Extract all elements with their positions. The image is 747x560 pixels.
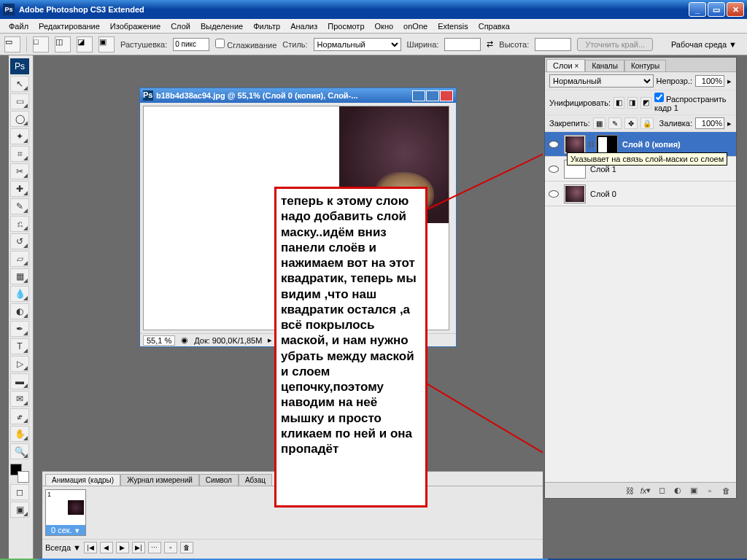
- menu-extensis[interactable]: Extensis: [433, 20, 473, 32]
- layer-name[interactable]: Слой 0: [587, 190, 736, 198]
- workspace-switcher[interactable]: Рабочая среда ▼: [665, 39, 743, 50]
- lasso-tool[interactable]: ◯: [10, 111, 29, 127]
- add-mask-icon[interactable]: ◻: [654, 485, 669, 497]
- layer-name[interactable]: Слой 1: [587, 165, 736, 174]
- delete-layer-icon[interactable]: 🗑: [719, 485, 733, 497]
- lock-pixels-icon[interactable]: ✎: [608, 117, 622, 129]
- menu-select[interactable]: Выделение: [196, 20, 247, 32]
- slice-tool[interactable]: ✂: [10, 163, 29, 179]
- width-input[interactable]: [444, 38, 481, 51]
- marquee-tool-icon[interactable]: ▭: [4, 36, 20, 52]
- hand-tool[interactable]: ✋: [10, 426, 29, 442]
- opacity-input[interactable]: [695, 75, 724, 87]
- layer-style-icon[interactable]: fx▾: [638, 485, 653, 497]
- path-tool[interactable]: ▷: [10, 356, 29, 372]
- blend-mode-select[interactable]: Нормальный: [549, 74, 654, 88]
- tween-button[interactable]: ⋯: [148, 542, 161, 553]
- color-swatches[interactable]: [10, 464, 29, 483]
- feather-input[interactable]: [173, 38, 209, 51]
- eraser-tool[interactable]: ▱: [10, 251, 29, 267]
- lock-position-icon[interactable]: ✥: [624, 117, 638, 129]
- prev-frame-button[interactable]: ◀: [100, 542, 113, 553]
- next-frame-button[interactable]: ▶|: [132, 542, 145, 553]
- layer-thumbnail[interactable]: [564, 135, 586, 154]
- selection-add-icon[interactable]: ◫: [55, 36, 71, 52]
- delete-frame-button[interactable]: 🗑: [180, 542, 193, 553]
- layer-mask-link-icon[interactable]: ⛓: [587, 141, 595, 148]
- healing-tool[interactable]: ✚: [10, 181, 29, 197]
- new-frame-button[interactable]: ▫: [164, 542, 177, 553]
- menu-edit[interactable]: Редактирование: [34, 20, 104, 32]
- right-dock-strip[interactable]: [738, 55, 747, 559]
- layer-visibility-toggle[interactable]: [545, 166, 562, 173]
- zoom-level[interactable]: 55,1 %: [143, 335, 175, 346]
- layer-name[interactable]: Слой 0 (копия): [619, 140, 736, 149]
- link-layers-icon[interactable]: ⛓: [622, 485, 637, 497]
- stamp-tool[interactable]: ⎌: [10, 216, 29, 232]
- tab-character[interactable]: Символ: [199, 474, 239, 486]
- tab-paths[interactable]: Контуры: [624, 60, 666, 71]
- swap-icon[interactable]: ⇄: [487, 39, 493, 49]
- rewind-button[interactable]: |◀: [84, 542, 97, 553]
- marquee-tool[interactable]: ▭: [10, 93, 29, 109]
- screenmode-toggle[interactable]: ▣: [10, 502, 29, 518]
- unify-visibility-icon[interactable]: ◨: [627, 97, 638, 109]
- doc-info-arrow-icon[interactable]: ▸: [268, 335, 272, 345]
- type-tool[interactable]: T: [10, 338, 29, 354]
- new-layer-icon[interactable]: ▫: [703, 485, 717, 497]
- tab-paragraph[interactable]: Абзац: [239, 474, 272, 486]
- opacity-arrow-icon[interactable]: ▸: [727, 77, 732, 86]
- doc-maximize-button[interactable]: [426, 90, 439, 101]
- menu-view[interactable]: Просмотр: [323, 20, 368, 32]
- loop-selector[interactable]: Всегда ▼: [45, 543, 81, 552]
- quickmask-toggle[interactable]: ◻: [10, 484, 29, 500]
- doc-close-button[interactable]: [440, 90, 453, 101]
- selection-new-icon[interactable]: □: [33, 36, 49, 52]
- photoshop-icon[interactable]: Ps: [10, 58, 29, 74]
- doc-minimize-button[interactable]: [412, 90, 425, 101]
- wand-tool[interactable]: ✦: [10, 128, 29, 144]
- menu-filter[interactable]: Фильтр: [249, 20, 285, 32]
- lock-transparency-icon[interactable]: ▦: [593, 117, 606, 129]
- move-tool[interactable]: ↖: [10, 76, 29, 92]
- menu-onone[interactable]: onOne: [399, 20, 432, 32]
- new-group-icon[interactable]: ▣: [686, 485, 701, 497]
- gradient-tool[interactable]: ▦: [10, 268, 29, 284]
- dodge-tool[interactable]: ◐: [10, 303, 29, 319]
- fill-input[interactable]: [695, 117, 724, 129]
- tab-measurement[interactable]: Журнал измерений: [120, 474, 199, 486]
- eyedropper-tool[interactable]: ⸙: [10, 408, 29, 424]
- minimize-button[interactable]: _: [689, 2, 706, 17]
- zoom-stepper-icon[interactable]: ◉: [181, 335, 188, 345]
- zoom-tool[interactable]: 🔍: [10, 443, 29, 459]
- adjustment-layer-icon[interactable]: ◐: [670, 485, 685, 497]
- style-select[interactable]: Нормальный: [314, 38, 401, 51]
- layer-mask-thumbnail[interactable]: [596, 135, 618, 154]
- height-input[interactable]: [535, 38, 571, 51]
- antialias-checkbox[interactable]: Сглаживание: [215, 39, 276, 50]
- menu-layer[interactable]: Слой: [166, 20, 195, 32]
- play-button[interactable]: ▶: [116, 542, 129, 553]
- unify-style-icon[interactable]: ◩: [640, 97, 651, 109]
- layer-row[interactable]: Слой 1 Указывает на связь слой-маски со …: [545, 157, 736, 182]
- close-button[interactable]: ✕: [727, 2, 744, 17]
- crop-tool[interactable]: ⌗: [10, 146, 29, 162]
- history-brush-tool[interactable]: ↺: [10, 233, 29, 249]
- menu-help[interactable]: Справка: [474, 20, 514, 32]
- layer-row[interactable]: Слой 0: [545, 182, 736, 206]
- blur-tool[interactable]: 💧: [10, 286, 29, 302]
- pen-tool[interactable]: ✒: [10, 321, 29, 337]
- shape-tool[interactable]: ▬: [10, 373, 29, 389]
- left-dock-strip[interactable]: [0, 55, 9, 559]
- layer-visibility-toggle[interactable]: [545, 141, 562, 148]
- unify-position-icon[interactable]: ◧: [614, 97, 624, 109]
- animation-frame[interactable]: 1 0 сек. ▼: [45, 489, 86, 536]
- fill-arrow-icon[interactable]: ▸: [727, 119, 732, 128]
- tab-channels[interactable]: Каналы: [585, 60, 624, 71]
- menu-window[interactable]: Окно: [371, 20, 398, 32]
- frame-delay[interactable]: 0 сек. ▼: [46, 525, 85, 535]
- menu-file[interactable]: Файл: [4, 20, 33, 32]
- menu-image[interactable]: Изображение: [106, 20, 165, 32]
- layer-thumbnail[interactable]: [564, 184, 586, 203]
- notes-tool[interactable]: ✉: [10, 391, 29, 407]
